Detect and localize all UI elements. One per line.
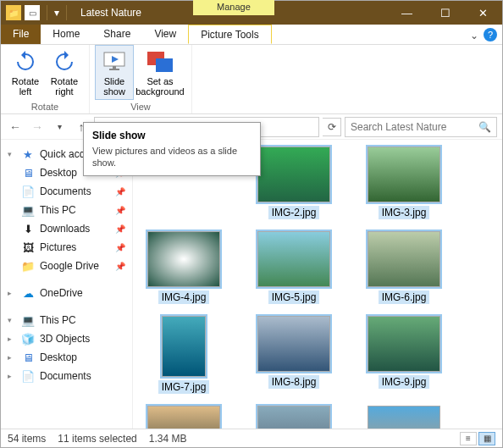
nav-google-drive[interactable]: 📁Google Drive📌 bbox=[1, 257, 132, 275]
close-button[interactable]: ✕ bbox=[464, 1, 502, 25]
tab-picture-tools[interactable]: Picture Tools bbox=[188, 25, 271, 44]
pin-icon: 📌 bbox=[115, 206, 125, 215]
documents-icon: 📄 bbox=[21, 185, 35, 198]
file-thumb[interactable]: IMG-8.jpg bbox=[250, 316, 338, 394]
rotate-left-icon bbox=[13, 49, 38, 75]
tab-file[interactable]: File bbox=[1, 25, 41, 44]
nav-documents-2[interactable]: ▸📄Documents bbox=[1, 367, 132, 385]
objects3d-icon: 🧊 bbox=[21, 332, 35, 346]
rotate-left-label: Rotate left bbox=[12, 76, 39, 97]
rotate-left-button[interactable]: Rotate left bbox=[6, 45, 45, 100]
help-icon[interactable]: ? bbox=[484, 28, 497, 41]
context-tab-label: Manage bbox=[193, 0, 274, 15]
folder-icon: 📁 bbox=[6, 5, 21, 20]
pc-icon: 💻 bbox=[21, 313, 35, 327]
pin-icon: 📌 bbox=[115, 224, 125, 234]
content-area[interactable]: IMG-2.jpg IMG-3.jpg IMG-4.jpg IMG-5.jpg … bbox=[133, 140, 502, 429]
file-thumb[interactable]: IMG-11.jpg bbox=[250, 406, 338, 429]
tab-share[interactable]: Share bbox=[91, 25, 142, 44]
file-thumb[interactable]: IMG-7.jpg bbox=[140, 316, 228, 394]
file-thumb[interactable]: IMG-10.jpg bbox=[140, 406, 228, 429]
nav-pictures[interactable]: 🖼Pictures📌 bbox=[1, 238, 132, 257]
nav-3d-objects[interactable]: ▸🧊3D Objects bbox=[1, 329, 132, 348]
qat-dropdown-icon[interactable]: ▾ bbox=[54, 7, 59, 19]
tab-home[interactable]: Home bbox=[41, 25, 91, 44]
ribbon: Rotate left Rotate right Rotate Slide sh… bbox=[1, 45, 502, 114]
pictures-icon: 🖼 bbox=[21, 241, 35, 254]
status-bar: 54 items 11 items selected 1.34 MB ≡ ▦ bbox=[1, 429, 502, 447]
maximize-button[interactable]: ☐ bbox=[426, 1, 464, 25]
nav-onedrive[interactable]: ▸☁OneDrive bbox=[1, 284, 132, 302]
star-icon: ★ bbox=[21, 147, 35, 161]
rotate-right-label: Rotate right bbox=[51, 76, 78, 97]
tooltip-body: View pictures and videos as a slide show… bbox=[92, 145, 252, 169]
nav-documents[interactable]: 📄Documents📌 bbox=[1, 182, 132, 201]
nav-desktop-2[interactable]: ▸🖥Desktop bbox=[1, 348, 132, 367]
file-thumb[interactable]: IMG-12.jpg bbox=[360, 406, 448, 429]
svg-rect-2 bbox=[109, 69, 119, 70]
file-thumb[interactable]: IMG-3.jpg bbox=[360, 147, 448, 219]
status-item-count: 54 items bbox=[8, 433, 46, 445]
titlebar: 📁 ▭ ▾ Latest Nature Manage — ☐ ✕ bbox=[1, 1, 502, 25]
nav-pane: ▾★Quick access 🖥Desktop📌 📄Documents📌 💻Th… bbox=[1, 140, 133, 429]
set-background-button[interactable]: Set as background bbox=[134, 45, 186, 100]
tab-view[interactable]: View bbox=[142, 25, 188, 44]
slide-show-button[interactable]: Slide show bbox=[95, 45, 134, 100]
search-input[interactable] bbox=[351, 121, 478, 133]
folder-icon: 📁 bbox=[21, 259, 35, 273]
onedrive-icon: ☁ bbox=[21, 286, 35, 300]
ribbon-group-view-label: View bbox=[130, 100, 151, 113]
ribbon-group-rotate-label: Rotate bbox=[31, 100, 58, 113]
tooltip-title: Slide show bbox=[92, 130, 252, 141]
window-title: Latest Nature bbox=[80, 7, 141, 19]
nav-back-button[interactable]: ← bbox=[6, 118, 25, 136]
set-background-icon bbox=[147, 49, 173, 75]
slide-show-label: Slide show bbox=[103, 76, 125, 97]
pin-icon: 📌 bbox=[115, 243, 125, 252]
file-thumb[interactable]: IMG-9.jpg bbox=[360, 316, 448, 394]
downloads-icon: ⬇ bbox=[21, 222, 35, 235]
thumbnails-view-button[interactable]: ▦ bbox=[478, 432, 495, 445]
status-size: 1.34 MB bbox=[149, 433, 187, 445]
nav-forward-button[interactable]: → bbox=[28, 118, 47, 136]
properties-icon[interactable]: ▭ bbox=[25, 5, 40, 20]
svg-rect-4 bbox=[156, 58, 173, 72]
refresh-button[interactable]: ⟳ bbox=[323, 118, 341, 136]
set-background-label: Set as background bbox=[135, 76, 185, 97]
status-selected-count: 11 items selected bbox=[58, 433, 136, 445]
nav-history-dropdown[interactable]: ▾ bbox=[50, 118, 69, 136]
nav-downloads[interactable]: ⬇Downloads📌 bbox=[1, 219, 132, 238]
details-view-button[interactable]: ≡ bbox=[460, 432, 477, 445]
nav-this-pc[interactable]: 💻This PC📌 bbox=[1, 201, 132, 219]
file-thumb[interactable]: IMG-6.jpg bbox=[360, 231, 448, 304]
pin-icon: 📌 bbox=[115, 262, 125, 271]
rotate-right-icon bbox=[52, 49, 77, 75]
search-box[interactable]: 🔍 bbox=[345, 117, 497, 137]
nav-this-pc-2[interactable]: ▾💻This PC bbox=[1, 311, 132, 329]
slide-show-icon bbox=[102, 49, 127, 75]
desktop-icon: 🖥 bbox=[21, 166, 35, 180]
file-thumb[interactable]: IMG-5.jpg bbox=[250, 231, 338, 304]
file-thumb[interactable]: IMG-4.jpg bbox=[140, 231, 228, 304]
rotate-right-button[interactable]: Rotate right bbox=[45, 45, 84, 100]
ribbon-collapse-icon[interactable]: ⌄ bbox=[470, 30, 478, 41]
documents-icon: 📄 bbox=[21, 369, 35, 383]
file-thumb[interactable]: IMG-2.jpg bbox=[250, 147, 338, 219]
search-icon: 🔍 bbox=[478, 121, 491, 133]
pc-icon: 💻 bbox=[21, 203, 35, 217]
desktop-icon: 🖥 bbox=[21, 351, 35, 364]
svg-rect-1 bbox=[113, 66, 116, 69]
minimize-button[interactable]: — bbox=[388, 1, 426, 25]
ribbon-tabs: File Home Share View Picture Tools ⌄ ? bbox=[1, 25, 502, 45]
pin-icon: 📌 bbox=[115, 187, 125, 196]
tooltip: Slide show View pictures and videos as a… bbox=[83, 122, 261, 176]
